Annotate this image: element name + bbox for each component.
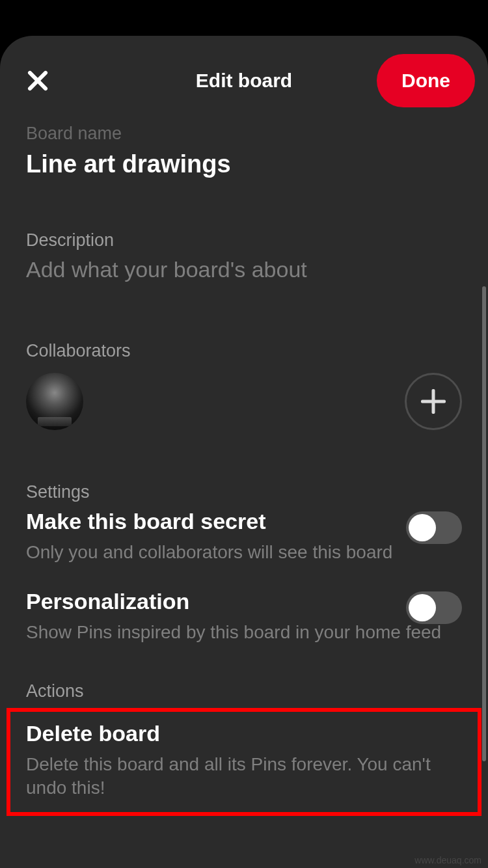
secret-toggle[interactable] — [406, 511, 462, 544]
header: Edit board Done — [0, 36, 488, 120]
board-name-label: Board name — [26, 124, 462, 144]
watermark: www.deuaq.com — [414, 855, 481, 865]
scrollbar[interactable] — [482, 286, 486, 761]
setting-personalization-row: Personalization Show Pins inspired by th… — [26, 589, 462, 644]
setting-secret-desc: Only you and collaborators will see this… — [26, 541, 462, 564]
collaborators-label: Collaborators — [26, 341, 462, 361]
setting-personalization-title: Personalization — [26, 589, 462, 614]
delete-board-title: Delete board — [26, 721, 462, 746]
toggle-knob — [409, 514, 436, 541]
setting-personalization-desc: Show Pins inspired by this board in your… — [26, 621, 462, 644]
page-title: Edit board — [196, 70, 292, 92]
toggle-knob — [409, 594, 436, 621]
settings-label: Settings — [26, 482, 462, 502]
edit-board-sheet: Edit board Done Board name Line art draw… — [0, 36, 488, 868]
collaborators-row — [26, 373, 462, 430]
setting-secret-row: Make this board secret Only you and coll… — [26, 509, 462, 564]
personalization-toggle[interactable] — [406, 591, 462, 624]
close-icon[interactable] — [26, 69, 49, 92]
delete-board-desc: Delete this board and all its Pins forev… — [26, 753, 462, 800]
delete-board-row[interactable]: Delete board Delete this board and all i… — [7, 708, 481, 816]
add-collaborator-button[interactable] — [405, 373, 462, 430]
board-name-value[interactable]: Line art drawings — [26, 150, 462, 178]
done-button[interactable]: Done — [377, 54, 475, 107]
content: Board name Line art drawings Description… — [0, 124, 488, 816]
actions-label: Actions — [26, 681, 462, 701]
collaborator-avatar[interactable] — [26, 373, 83, 430]
description-input[interactable]: Add what your board's about — [26, 257, 462, 282]
setting-secret-title: Make this board secret — [26, 509, 462, 534]
actions-section: Actions Delete board Delete this board a… — [26, 681, 462, 816]
description-label: Description — [26, 230, 462, 251]
